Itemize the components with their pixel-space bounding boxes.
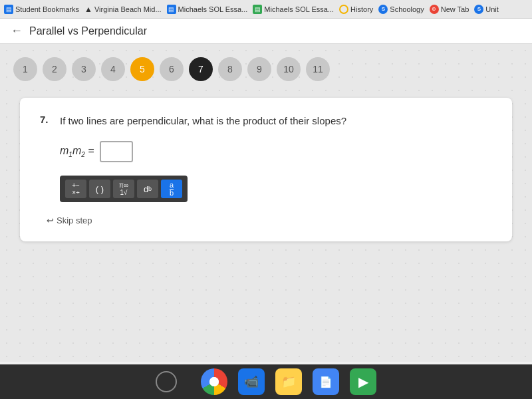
unit-icon: S — [474, 5, 483, 14]
skip-step[interactable]: ↩ Skip step — [47, 215, 492, 225]
back-button[interactable]: ← — [11, 24, 23, 38]
math-toolbar: +−×÷ ( ) π∞1√ db a b — [60, 176, 188, 202]
q-circle-1[interactable]: 1 — [13, 57, 37, 81]
sol2-label: Michaels SOL Essa... — [264, 5, 334, 13]
newtab-icon: ⊕ — [430, 5, 439, 14]
math-btn-ops[interactable]: +−×÷ — [65, 180, 86, 198]
newtab-label: New Tab — [441, 5, 469, 13]
meet-icon[interactable]: 📹 — [238, 368, 265, 395]
history-clock-icon — [339, 5, 348, 14]
question-text: If two lines are perpendicular, what is … — [60, 114, 346, 128]
history-label: History — [350, 5, 373, 13]
math-btn-power[interactable]: db — [137, 180, 158, 198]
taskbar: 📹 📁 📄 ▶ — [0, 364, 532, 399]
bookmark-student[interactable]: ▤ Student Bookmarks — [4, 5, 79, 14]
question-container: 7. If two lines are perpendicular, what … — [20, 98, 512, 241]
main-content: 1 2 3 4 5 6 7 8 9 10 11 7. If two lines … — [0, 44, 532, 362]
skip-icon: ↩ — [47, 215, 54, 225]
q-circle-5[interactable]: 5 — [130, 57, 154, 81]
question-number: 7. — [40, 114, 53, 125]
math-expression: m1m2 = — [60, 145, 94, 158]
answer-input[interactable] — [100, 141, 133, 162]
student-bookmarks-icon: ▤ — [4, 5, 13, 14]
vb-label: Virginia Beach Mid... — [94, 5, 162, 13]
vb-icon: ▲ — [84, 5, 92, 14]
math-btn-fraction[interactable]: a b — [161, 180, 182, 198]
q-circle-8[interactable]: 8 — [218, 57, 242, 81]
q-circle-6[interactable]: 6 — [160, 57, 184, 81]
sol2-icon: ▤ — [253, 5, 262, 14]
q-circle-7[interactable]: 7 — [189, 57, 213, 81]
q-circle-11[interactable]: 11 — [306, 57, 330, 81]
schoology-icon: S — [378, 5, 388, 14]
page-header: ← Parallel vs Perpendicular — [0, 19, 532, 44]
math-btn-parens[interactable]: ( ) — [89, 180, 110, 198]
chrome-icon[interactable] — [201, 368, 227, 395]
student-bookmarks-label: Student Bookmarks — [15, 5, 79, 13]
math-btn-symbols[interactable]: π∞1√ — [113, 180, 134, 198]
sol1-icon: ▤ — [167, 5, 176, 14]
bookmark-vb[interactable]: ▲ Virginia Beach Mid... — [84, 5, 162, 14]
skip-label: Skip step — [57, 215, 92, 225]
bookmark-newtab[interactable]: ⊕ New Tab — [430, 5, 469, 14]
bookmark-unit[interactable]: S Unit — [474, 5, 499, 14]
q-circle-10[interactable]: 10 — [277, 57, 301, 81]
play-icon[interactable]: ▶ — [350, 368, 376, 395]
question-header: 7. If two lines are perpendicular, what … — [40, 114, 492, 128]
answer-row: m1m2 = — [60, 141, 492, 162]
page-title: Parallel vs Perpendicular — [29, 25, 147, 37]
sol1-label: Michaels SOL Essa... — [178, 5, 248, 13]
docs-icon[interactable]: 📄 — [313, 368, 339, 395]
unit-label: Unit — [485, 5, 499, 13]
q-circle-9[interactable]: 9 — [247, 57, 271, 81]
question-nav: 1 2 3 4 5 6 7 8 9 10 11 — [13, 57, 519, 81]
drive-icon[interactable]: 📁 — [275, 368, 302, 395]
bookmark-sol1[interactable]: ▤ Michaels SOL Essa... — [167, 5, 248, 14]
q-circle-3[interactable]: 3 — [72, 57, 96, 81]
bookmark-history[interactable]: History — [339, 5, 373, 14]
bookmark-schoology[interactable]: S Schoology — [378, 5, 424, 14]
bookmark-bar: ▤ Student Bookmarks ▲ Virginia Beach Mid… — [0, 0, 532, 19]
taskbar-circle — [156, 371, 177, 392]
schoology-label: Schoology — [390, 5, 424, 13]
q-circle-4[interactable]: 4 — [101, 57, 125, 81]
bookmark-sol2[interactable]: ▤ Michaels SOL Essa... — [253, 5, 334, 14]
q-circle-2[interactable]: 2 — [43, 57, 66, 81]
